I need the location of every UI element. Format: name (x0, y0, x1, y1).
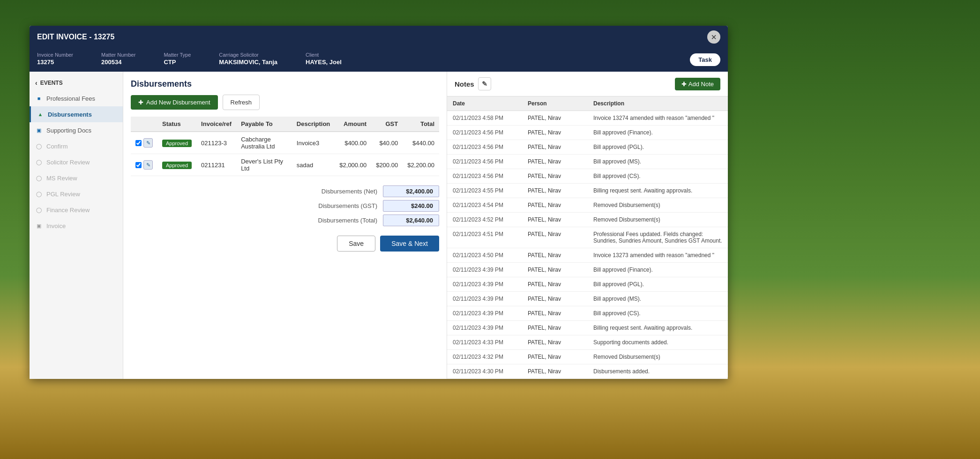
note-date: 02/11/2023 4:58 PM (453, 115, 528, 121)
note-description: Billing request sent. Awaiting approvals… (593, 187, 722, 194)
disbursements-toolbar: ✚ Add New Disbursement Refresh (131, 95, 439, 110)
note-date: 02/11/2023 4:39 PM (453, 281, 528, 288)
note-date: 02/11/2023 4:56 PM (453, 173, 528, 179)
note-person: PATEL, Nirav (528, 354, 593, 360)
sidebar-item-label: MS Review (46, 175, 77, 182)
note-person: PATEL, Nirav (528, 339, 593, 346)
note-description: Bill approved (CS). (593, 310, 722, 317)
row-payable-to: Dever's List Pty Ltd (236, 154, 292, 176)
totals-section: Disbursements (Net) $2,400.00 Disburseme… (131, 185, 439, 226)
note-person: PATEL, Nirav (528, 158, 593, 165)
note-description: Professional Fees updated. Fields change… (593, 231, 722, 244)
note-person: PATEL, Nirav (528, 129, 593, 136)
note-date: 02/11/2023 4:39 PM (453, 267, 528, 273)
sidebar-item-label: Confirm (46, 143, 68, 150)
note-person: PATEL, Nirav (528, 325, 593, 331)
disbursements-total-value: $2,640.00 (383, 215, 439, 226)
note-row: 02/11/2023 4:56 PM PATEL, Nirav Bill app… (447, 126, 728, 140)
sidebar-item-supporting-docs[interactable]: ▣ Supporting Docs (30, 122, 123, 138)
sidebar-item-confirm: ◯ Confirm (30, 138, 123, 154)
invoice-number-group: Invoice Number 13275 (37, 52, 73, 66)
col-description: Description (292, 117, 335, 132)
sidebar-item-professional-fees[interactable]: ■ Professional Fees (30, 90, 123, 106)
note-date: 02/11/2023 4:56 PM (453, 144, 528, 150)
edit-row-icon[interactable]: ✎ (143, 138, 153, 148)
notes-header: Notes ✎ ✚ Add Note (447, 72, 728, 96)
refresh-button[interactable]: Refresh (223, 95, 260, 110)
add-new-disbursement-button[interactable]: ✚ Add New Disbursement (131, 95, 218, 110)
matter-type-value: CTP (164, 59, 176, 66)
note-description: Bill approved (MS). (593, 158, 722, 165)
row-amount: $400.00 (335, 132, 371, 154)
note-person: PATEL, Nirav (528, 173, 593, 179)
note-person: PATEL, Nirav (528, 231, 593, 237)
invoice-info-bar: Invoice Number 13275 Matter Number 20053… (30, 48, 728, 72)
carriage-solicitor-group: Carriage Solicitor MAKSIMOVIC, Tanja (219, 52, 277, 66)
note-person: PATEL, Nirav (528, 368, 593, 375)
note-date: 02/11/2023 4:30 PM (453, 368, 528, 375)
disbursements-gst-row: Disbursements (GST) $240.00 (293, 200, 439, 212)
note-row: 02/11/2023 4:55 PM PATEL, Nirav Billing … (447, 184, 728, 198)
note-row: 02/11/2023 4:54 PM PATEL, Nirav Removed … (447, 198, 728, 213)
invoice-number-label: Invoice Number (37, 52, 73, 58)
sidebar-item-label: Solicitor Review (46, 159, 90, 166)
note-row: 02/11/2023 4:32 PM PATEL, Nirav Removed … (447, 350, 728, 364)
matter-type-label: Matter Type (164, 52, 191, 58)
status-badge: Approved (162, 140, 192, 147)
col-total: Total (403, 117, 439, 132)
sidebar-item-disbursements[interactable]: ▲ Disbursements (30, 106, 123, 122)
client-group: Client HAYES, Joel (306, 52, 342, 66)
sidebar-item-label: Invoice (46, 222, 66, 230)
notes-table-header: Date Person Description (447, 96, 728, 111)
note-person: PATEL, Nirav (528, 216, 593, 223)
add-note-button[interactable]: ✚ Add Note (675, 78, 720, 90)
note-description: Bill approved (PGL). (593, 281, 722, 288)
task-button[interactable]: Task (690, 53, 720, 66)
modal-body: ‹ EVENTS ■ Professional Fees ▲ Disbursem… (30, 72, 728, 379)
carriage-solicitor-value: MAKSIMOVIC, Tanja (219, 59, 277, 66)
matter-number-group: Matter Number 200534 (101, 52, 135, 66)
note-row: 02/11/2023 4:39 PM PATEL, Nirav Bill app… (447, 306, 728, 321)
modal-title: EDIT INVOICE - 13275 (37, 33, 114, 41)
disbursements-total-row: Disbursements (Total) $2,640.00 (293, 215, 439, 226)
note-row: 02/11/2023 4:39 PM PATEL, Nirav Billing … (447, 321, 728, 335)
close-button[interactable]: × (707, 30, 720, 44)
save-next-button[interactable]: Save & Next (380, 236, 439, 252)
note-description: Bill approved (Finance). (593, 129, 722, 136)
note-date: 02/11/2023 4:55 PM (453, 187, 528, 194)
disbursements-content: Disbursements ✚ Add New Disbursement Ref… (123, 72, 447, 379)
note-date: 02/11/2023 4:39 PM (453, 310, 528, 317)
note-description: Removed Disbursement(s) (593, 202, 722, 208)
confirm-icon: ◯ (35, 142, 43, 150)
note-row: 02/11/2023 4:56 PM PATEL, Nirav Bill app… (447, 155, 728, 169)
note-date: 02/11/2023 4:54 PM (453, 202, 528, 208)
note-person: PATEL, Nirav (528, 144, 593, 150)
note-row: 02/11/2023 4:56 PM PATEL, Nirav Bill app… (447, 140, 728, 155)
row-controls: ✎ (131, 154, 157, 176)
row-checkbox[interactable] (135, 162, 142, 168)
invoice-number-value: 13275 (37, 59, 54, 66)
sidebar-header: ‹ EVENTS (30, 75, 123, 90)
matter-number-value: 200534 (101, 59, 121, 66)
row-status: Approved (157, 132, 196, 154)
note-row: 02/11/2023 4:56 PM PATEL, Nirav Bill app… (447, 169, 728, 184)
sidebar-item-label: Disbursements (48, 111, 92, 118)
save-button[interactable]: Save (337, 236, 375, 252)
sidebar-item-label: Finance Review (46, 207, 90, 214)
matter-number-label: Matter Number (101, 52, 135, 58)
row-invoice-ref: 021123-3 (196, 132, 236, 154)
col-invoice-ref: Invoice/ref (196, 117, 236, 132)
note-row: 02/11/2023 4:39 PM PATEL, Nirav Bill app… (447, 277, 728, 292)
sidebar-item-label: Supporting Docs (46, 127, 91, 134)
edit-row-icon[interactable]: ✎ (143, 160, 153, 170)
notes-panel: Notes ✎ ✚ Add Note Date Person Descripti… (447, 72, 728, 379)
row-checkbox[interactable] (135, 140, 142, 146)
note-description: Disbursements added. (593, 368, 722, 375)
row-total: $440.00 (403, 132, 439, 154)
note-date: 02/11/2023 4:39 PM (453, 296, 528, 302)
note-date: 02/11/2023 4:56 PM (453, 158, 528, 165)
sidebar-item-finance-review: ◯ Finance Review (30, 202, 123, 218)
note-date: 02/11/2023 4:50 PM (453, 252, 528, 259)
notes-edit-icon[interactable]: ✎ (478, 77, 491, 90)
supporting-docs-icon: ▣ (35, 126, 43, 134)
